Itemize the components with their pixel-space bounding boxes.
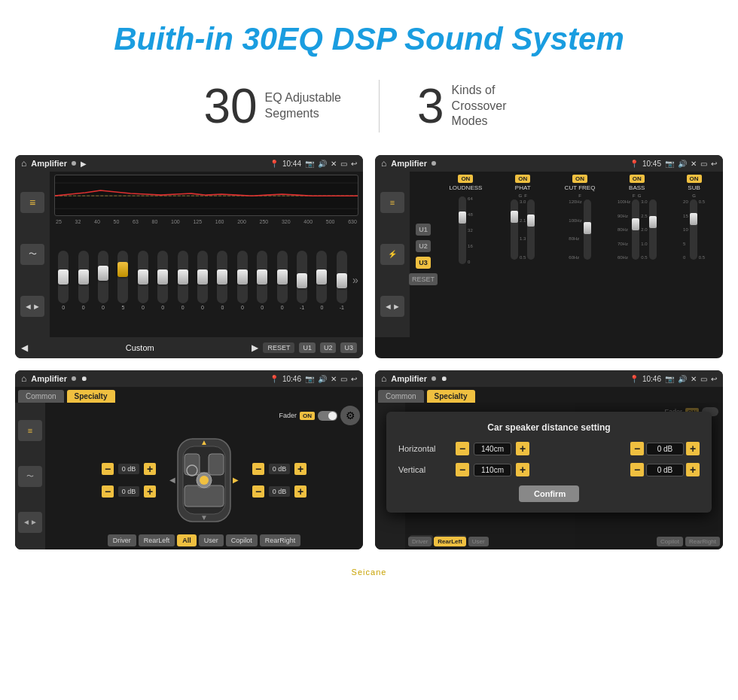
on-bass[interactable]: ON [630, 175, 645, 183]
play-icon-1[interactable]: ▶ [81, 160, 87, 168]
screen-specialty: ⌂ Amplifier ⏺ 📍 10:46 📷 🔊 ✕ ▭ ↩ Common S… [15, 370, 363, 549]
vol-minus-br[interactable]: − [252, 485, 264, 498]
vol-row-br: − 0 dB + [252, 485, 306, 498]
vert-db-plus[interactable]: + [686, 463, 700, 476]
on-phat[interactable]: ON [515, 175, 530, 183]
eq-prev-btn[interactable]: ◀ [21, 342, 28, 353]
eq-reset-btn[interactable]: RESET [263, 342, 294, 353]
vol-minus-tr[interactable]: − [252, 463, 264, 475]
eq-u1-btn[interactable]: U1 [299, 342, 316, 353]
settings-wheel[interactable]: ⚙ [340, 406, 360, 425]
zone-user[interactable]: User [199, 534, 224, 546]
topbar-dist: ⌂ Amplifier ⏺ 📍 10:46 📷 🔊 ✕ ▭ ↩ [375, 370, 723, 387]
vol-minus-tl[interactable]: − [102, 463, 114, 475]
status-dot-2 [432, 161, 436, 166]
eq-scroll-right[interactable]: » [352, 274, 358, 286]
dist-user-btn[interactable]: User [468, 537, 489, 546]
screen-eq: ⌂ Amplifier ▶ 📍 10:44 📷 🔊 ✕ ▭ ↩ ≡ 〜 ◄► [15, 155, 363, 358]
vertical-minus[interactable]: − [456, 463, 469, 476]
horizontal-plus[interactable]: + [516, 442, 529, 455]
phat-slider-f[interactable] [527, 215, 535, 227]
home-icon-3[interactable]: ⌂ [21, 373, 26, 384]
horiz-db-plus[interactable]: + [686, 442, 700, 455]
spec-sb-2[interactable]: 〜 [18, 466, 42, 487]
vol-plus-tr[interactable]: + [294, 463, 306, 475]
xover-sb-2[interactable]: ⚡ [380, 244, 404, 265]
stat-crossover-desc: Kinds of Crossover Modes [452, 83, 535, 129]
vert-db-minus[interactable]: − [630, 463, 644, 476]
window-icon-1[interactable]: ▭ [340, 160, 347, 168]
back-icon-1[interactable]: ↩ [351, 160, 357, 168]
bass-slider-g[interactable] [649, 216, 657, 228]
zone-rearright[interactable]: RearRight [260, 534, 301, 546]
camera-icon-2: 📷 [665, 160, 674, 168]
vertical-plus[interactable]: + [516, 463, 529, 476]
tab-common-4[interactable]: Common [378, 390, 424, 403]
zone-driver[interactable]: Driver [108, 534, 136, 546]
u1-btn[interactable]: U1 [416, 224, 431, 236]
eq-sidebar-btn-1[interactable]: ≡ [20, 192, 44, 213]
vol-plus-br[interactable]: + [294, 485, 306, 498]
x-icon-2[interactable]: ✕ [691, 160, 697, 168]
vol-plus-bl[interactable]: + [144, 485, 156, 498]
u3-btn[interactable]: U3 [416, 257, 431, 269]
tab-common-3[interactable]: Common [18, 390, 64, 403]
tab-specialty-3[interactable]: Specialty [67, 390, 115, 403]
on-sub[interactable]: ON [687, 175, 702, 183]
back-icon-3[interactable]: ↩ [351, 375, 357, 383]
window-icon-2[interactable]: ▭ [700, 160, 707, 168]
amplifier-title-3: Amplifier [31, 374, 67, 383]
zone-copilot[interactable]: Copilot [226, 534, 258, 546]
x-icon-4[interactable]: ✕ [691, 375, 697, 383]
eq-u2-btn[interactable]: U2 [320, 342, 337, 353]
home-icon[interactable]: ⌂ [21, 158, 26, 169]
xover-reset[interactable]: RESET [409, 273, 438, 285]
bass-slider-f[interactable] [632, 218, 639, 230]
dist-driver-btn[interactable]: Driver [408, 537, 432, 546]
home-icon-2[interactable]: ⌂ [381, 158, 386, 169]
xover-sb-1[interactable]: ≡ [380, 192, 404, 213]
eq-next-btn[interactable]: ▶ [252, 342, 258, 353]
dist-rearleft-btn[interactable]: RearLeft [434, 537, 465, 546]
window-icon-4[interactable]: ▭ [700, 375, 707, 383]
zone-rearleft[interactable]: RearLeft [139, 534, 175, 546]
horizontal-value: 140cm [474, 443, 511, 455]
u2-btn[interactable]: U2 [416, 240, 431, 252]
tab-specialty-4[interactable]: Specialty [427, 390, 475, 403]
eq-sidebar-btn-2[interactable]: 〜 [20, 244, 44, 265]
volume-icon-4: 🔊 [678, 375, 687, 383]
spec-sb-1[interactable]: ≡ [18, 420, 42, 441]
vol-minus-bl[interactable]: − [102, 485, 114, 498]
on-cutfreq[interactable]: ON [572, 175, 587, 183]
dist-rearright-btn[interactable]: RearRight [685, 537, 720, 546]
phat-slider-g[interactable] [511, 211, 518, 223]
home-icon-4[interactable]: ⌂ [381, 373, 386, 384]
horiz-db-minus[interactable]: − [630, 442, 644, 455]
topbar-spec: ⌂ Amplifier ⏺ 📍 10:46 📷 🔊 ✕ ▭ ↩ [15, 370, 363, 387]
fader-toggle[interactable] [318, 411, 337, 421]
horizontal-minus[interactable]: − [456, 442, 469, 455]
back-icon-2[interactable]: ↩ [711, 160, 717, 168]
x-icon-1[interactable]: ✕ [331, 160, 337, 168]
spec-sb-3[interactable]: ◄► [18, 512, 42, 533]
on-loudness[interactable]: ON [458, 175, 473, 183]
vol-plus-tl[interactable]: + [144, 463, 156, 475]
camera-icon-1: 📷 [305, 160, 314, 168]
amplifier-title-4: Amplifier [391, 374, 427, 383]
eq-sidebar-btn-3[interactable]: ◄► [20, 296, 44, 317]
x-icon-3[interactable]: ✕ [331, 375, 337, 383]
vol-val-tr: 0 dB [269, 464, 290, 474]
eq-slider-thumb-0[interactable] [58, 269, 69, 285]
window-icon-3[interactable]: ▭ [340, 375, 347, 383]
back-icon-4[interactable]: ↩ [711, 375, 717, 383]
sub-slider[interactable] [690, 213, 697, 225]
cutfreq-slider[interactable] [584, 222, 591, 234]
stats-row: 30 EQ Adjustable Segments 3 Kinds of Cro… [0, 71, 738, 155]
zone-all[interactable]: All [177, 534, 197, 546]
loudness-slider[interactable] [459, 212, 466, 224]
dist-copilot-btn[interactable]: Copilot [657, 537, 683, 546]
horizontal-label: Horizontal [398, 444, 451, 453]
xover-sb-3[interactable]: ◄► [380, 296, 404, 317]
eq-u3-btn[interactable]: U3 [340, 342, 357, 353]
confirm-button[interactable]: Confirm [519, 485, 579, 502]
